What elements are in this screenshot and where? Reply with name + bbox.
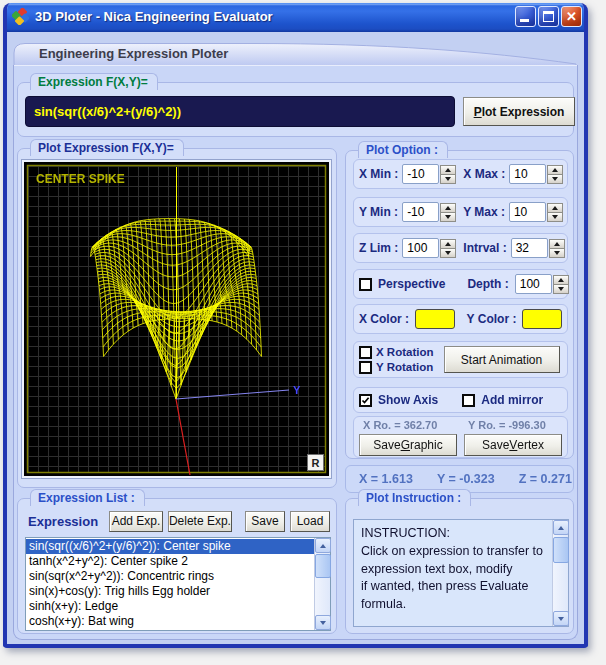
x-max-field[interactable]: 10 — [509, 164, 546, 184]
title-bar[interactable]: 3D Ploter - Nica Engineering Evaluator ✕ — [3, 3, 588, 32]
main-tab-panel: Engineering Expression Ploter Expression… — [13, 40, 578, 640]
x-max-label: X Max : — [463, 167, 505, 181]
intrval-spin-down[interactable] — [549, 248, 565, 258]
close-icon: ✕ — [562, 7, 581, 26]
scroll-down-icon — [320, 621, 326, 625]
x-min-label: X Min : — [359, 167, 398, 181]
add-expression-button[interactable]: Add Exp. — [109, 511, 163, 532]
load-list-button[interactable]: Load — [290, 511, 330, 532]
scroll-up-button[interactable] — [315, 538, 331, 553]
instruction-box[interactable]: INSTRUCTION: Click on expression to tran… — [353, 519, 569, 627]
expression-list-header: Expression Add Exp. Delete Exp. Save Loa… — [28, 509, 330, 533]
scroll-up-button[interactable] — [553, 520, 569, 535]
delete-expression-button[interactable]: Delete Exp. — [168, 511, 232, 532]
y-min-spin-down[interactable] — [440, 212, 456, 222]
x-min-field[interactable]: -10 — [402, 164, 439, 184]
save-vertex-button[interactable]: Save Vertex — [464, 434, 562, 456]
scroll-up-icon — [558, 526, 564, 530]
button-text-underlined: P — [474, 105, 482, 119]
expression-group: Expression F(X,Y)= sin(sqr((x/6)^2+(y/6)… — [17, 82, 574, 137]
start-animation-button[interactable]: Start Animation — [444, 346, 560, 373]
plot-option-group: Plot Option : X Min : -10 X Max : 10 Y M… — [345, 150, 574, 459]
list-item[interactable]: sin(x)+cos(y): Trig hills Egg holder — [26, 584, 314, 599]
show-axis-checkbox[interactable] — [359, 394, 372, 407]
y-color-label: Y Color : — [467, 312, 517, 326]
plot-canvas[interactable] — [24, 162, 329, 476]
instruction-scrollbar[interactable] — [552, 520, 568, 626]
plot-instruction-group: Plot Instruction : INSTRUCTION: Click on… — [345, 498, 574, 634]
status-y: Y = -0.323 — [437, 472, 495, 486]
list-item[interactable]: sinh(x+y): Ledge — [26, 599, 314, 614]
check-icon — [361, 395, 370, 406]
app-icon — [12, 8, 29, 25]
x-rotation-checkbox[interactable] — [359, 346, 372, 359]
save-graphic-button[interactable]: Save Graphic — [359, 434, 457, 456]
y-color-swatch[interactable] — [522, 309, 562, 329]
list-item[interactable]: sin(sqr((x/6)^2+(y/6)^2)): Center spike — [26, 539, 314, 554]
scroll-down-button[interactable] — [553, 611, 569, 626]
x-rotation-value: X Ro. = 362.70 — [363, 419, 457, 431]
x-max-spinner: 10 — [509, 164, 563, 184]
expression-value: sin(sqr((x/6)^2+(y/6)^2)) — [34, 104, 181, 119]
status-z: Z = 0.271 — [519, 472, 572, 486]
plot-expression-button[interactable]: Plot Expression — [463, 97, 575, 126]
y-min-label: Y Min : — [359, 205, 398, 219]
rotation-row: X Rotation Y Rotation Start Animation — [353, 341, 568, 378]
scroll-thumb[interactable] — [315, 554, 331, 578]
intrval-field[interactable]: 32 — [511, 238, 548, 258]
zlim-row: Z Lim : 100 Intrval : 32 — [353, 233, 568, 263]
depth-spinner: 100 — [515, 274, 569, 294]
window-content: Engineering Expression Ploter Expression… — [7, 32, 584, 644]
y-max-spin-down[interactable] — [547, 212, 563, 222]
button-text: Save — [482, 438, 509, 452]
spin-up-icon — [445, 242, 451, 246]
spin-up-icon — [552, 206, 558, 210]
minimize-button[interactable] — [515, 6, 536, 27]
z-lim-spin-down[interactable] — [440, 248, 456, 258]
perspective-checkbox[interactable] — [359, 278, 372, 291]
y-max-spinner: 10 — [509, 202, 563, 222]
x-max-spin-down[interactable] — [547, 174, 563, 184]
perspective-label: Perspective — [378, 277, 445, 291]
maximize-icon — [543, 11, 554, 22]
button-text-underlined: G — [401, 438, 410, 452]
z-lim-label: Z Lim : — [359, 241, 398, 255]
y-min-field[interactable]: -10 — [402, 202, 439, 222]
window-title: 3D Ploter - Nica Engineering Evaluator — [35, 9, 515, 24]
spin-down-icon — [554, 251, 560, 255]
spin-down-icon — [445, 177, 451, 181]
button-text: Save — [373, 438, 400, 452]
scroll-thumb[interactable] — [553, 537, 569, 563]
spin-up-icon — [558, 278, 564, 282]
yrange-row: Y Min : -10 Y Max : 10 — [353, 197, 568, 227]
maximize-button[interactable] — [538, 6, 559, 27]
y-max-field[interactable]: 10 — [509, 202, 546, 222]
show-axis-label: Show Axis — [378, 393, 438, 407]
list-item[interactable]: cosh(x+y): Bat wing — [26, 614, 314, 629]
close-button[interactable]: ✕ — [561, 6, 582, 27]
spin-down-icon — [558, 287, 564, 291]
plot-reset-button[interactable]: R — [307, 454, 324, 471]
z-lim-field[interactable]: 100 — [402, 238, 439, 258]
expression-input[interactable]: sin(sqr((x/6)^2+(y/6)^2)) — [25, 96, 455, 127]
x-min-spin-down[interactable] — [440, 174, 456, 184]
status-x: X = 1.613 — [359, 472, 413, 486]
expression-listbox[interactable]: sin(sqr((x/6)^2+(y/6)^2)): Center spiket… — [25, 537, 331, 631]
xrange-row: X Min : -10 X Max : 10 — [353, 159, 568, 189]
expression-group-label: Expression F(X,Y)= — [30, 73, 158, 90]
scroll-down-button[interactable] — [315, 615, 331, 630]
spin-down-icon — [445, 215, 451, 219]
plot-instruction-group-label: Plot Instruction : — [358, 489, 471, 506]
button-text-underlined: V — [509, 438, 517, 452]
save-list-button[interactable]: Save — [245, 511, 285, 532]
depth-spin-down[interactable] — [553, 284, 569, 294]
add-mirror-checkbox[interactable] — [462, 394, 475, 407]
list-scrollbar[interactable] — [314, 538, 330, 630]
x-color-swatch[interactable] — [415, 309, 455, 329]
y-rotation-checkbox[interactable] — [359, 361, 372, 374]
tab-engineering-expression-ploter[interactable]: Engineering Expression Ploter — [39, 46, 228, 61]
list-item[interactable]: tanh(x^2+y^2): Center spike 2 — [26, 554, 314, 569]
list-item[interactable]: sin(sqr(x^2+y^2)): Concentric rings — [26, 569, 314, 584]
color-row: X Color : Y Color : — [353, 304, 568, 334]
depth-field[interactable]: 100 — [515, 274, 552, 294]
